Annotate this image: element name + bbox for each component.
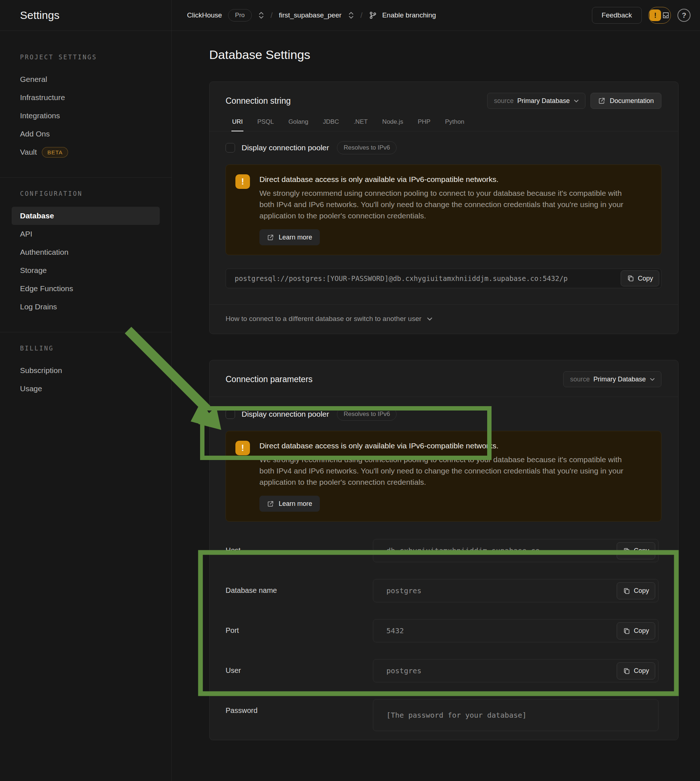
sidebar-item-authentication[interactable]: Authentication [12, 243, 160, 261]
section-header-configuration: CONFIGURATION [12, 190, 160, 197]
pooler-row: Display connection pooler Resolves to IP… [225, 408, 662, 421]
connection-parameters-card: Connection parameters source Primary Dat… [209, 360, 678, 740]
breadcrumb-separator: / [271, 11, 273, 20]
pooler-row: Display connection pooler Resolves to IP… [225, 142, 662, 154]
chevron-down-icon [573, 98, 579, 104]
page-content: Database Settings Connection string sour… [172, 48, 700, 740]
section-project-settings: PROJECT SETTINGS General Infrastructure … [0, 53, 172, 161]
database-name-label: Database name [225, 579, 373, 602]
host-value[interactable]: db.cxhygiuitamxhniiddjm.supabase.co Copy [373, 539, 658, 562]
topbar-actions: Feedback ! ? [592, 7, 690, 23]
breadcrumb-separator: / [360, 11, 363, 20]
field-row-password: Password [The password for your database… [225, 699, 662, 731]
chevron-sort-icon[interactable] [258, 11, 265, 19]
source-prefix-label: source [570, 375, 590, 383]
warning-title: Direct database access is only available… [259, 174, 627, 185]
display-pooler-checkbox[interactable] [225, 409, 235, 419]
breadcrumb-project[interactable]: first_supabase_peer [279, 11, 341, 19]
connection-string-value[interactable]: postgresql://postgres:[YOUR-PASSWORD]@db… [225, 269, 662, 288]
learn-more-button[interactable]: Learn more [259, 229, 320, 245]
port-label: Port [225, 619, 373, 642]
settings-sidebar: Settings PROJECT SETTINGS General Infras… [0, 0, 172, 781]
ipv6-warning: ! Direct database access is only availab… [225, 431, 662, 522]
sidebar-item-subscription[interactable]: Subscription [12, 361, 160, 380]
notifications-button[interactable]: ! [648, 7, 671, 23]
sidebar-item-api[interactable]: API [12, 225, 160, 243]
ipv6-badge: Resolves to IPv6 [337, 407, 397, 421]
sidebar-item-infrastructure[interactable]: Infrastructure [12, 88, 160, 107]
sidebar-title: Settings [20, 9, 59, 22]
connection-parameters-body: Display connection pooler Resolves to IP… [210, 397, 678, 740]
connection-string-body: Display connection pooler Resolves to IP… [210, 131, 678, 288]
tab-dotnet[interactable]: .NET [353, 117, 368, 131]
main-area: ClickHouse Pro / first_supabase_peer / E… [172, 0, 700, 781]
warning-title: Direct database access is only available… [259, 441, 627, 451]
section-configuration: CONFIGURATION Database API Authenticatio… [0, 190, 172, 316]
external-link-icon [598, 97, 605, 104]
tab-jdbc[interactable]: JDBC [322, 117, 340, 131]
section-header-billing: BILLING [12, 345, 160, 352]
display-pooler-checkbox[interactable] [225, 143, 235, 152]
external-link-icon [267, 234, 274, 241]
connection-parameters-header-actions: source Primary Database [563, 371, 662, 387]
field-row-user: User postgres Copy [225, 659, 662, 683]
copy-icon [623, 547, 630, 555]
connection-parameter-fields: Host db.cxhygiuitamxhniiddjm.supabase.co… [225, 539, 662, 731]
tab-uri[interactable]: URI [232, 117, 243, 131]
copy-connection-string-button[interactable]: Copy [621, 270, 659, 286]
copy-icon [623, 627, 630, 635]
sidebar-divider [0, 177, 172, 178]
password-value[interactable]: [The password for your database] [373, 699, 658, 731]
sidebar-item-storage[interactable]: Storage [12, 261, 160, 279]
alert-badge-icon: ! [650, 10, 661, 21]
warning-body: We strongly recommend using connection p… [259, 454, 627, 488]
copy-database-name-button[interactable]: Copy [617, 582, 655, 599]
display-pooler-label: Display connection pooler [242, 144, 329, 152]
warning-icon: ! [235, 174, 250, 189]
sidebar-item-add-ons[interactable]: Add Ons [12, 125, 160, 143]
field-row-port: Port 5432 Copy [225, 619, 662, 642]
tab-php[interactable]: PHP [417, 117, 431, 131]
source-selected-value: Primary Database [517, 97, 570, 105]
sidebar-item-general[interactable]: General [12, 70, 160, 88]
topbar: ClickHouse Pro / first_supabase_peer / E… [172, 0, 700, 31]
copy-host-button[interactable]: Copy [617, 542, 655, 559]
sidebar-divider [0, 332, 172, 332]
enable-branching-link[interactable]: Enable branching [382, 11, 436, 19]
copy-icon [623, 587, 630, 595]
plan-badge: Pro [228, 9, 252, 22]
database-name-value[interactable]: postgres Copy [373, 579, 658, 602]
sidebar-item-edge-functions[interactable]: Edge Functions [12, 279, 160, 298]
connection-string-header: Connection string source Primary Databas… [210, 82, 678, 117]
feedback-button[interactable]: Feedback [592, 7, 642, 23]
source-selected-value: Primary Database [593, 375, 646, 383]
app-viewport: Settings PROJECT SETTINGS General Infras… [0, 0, 700, 781]
sidebar-header: Settings [0, 0, 172, 31]
breadcrumb-org[interactable]: ClickHouse [187, 11, 222, 19]
copy-port-button[interactable]: Copy [617, 622, 655, 639]
tab-psql[interactable]: PSQL [257, 117, 274, 131]
help-button[interactable]: ? [677, 9, 690, 22]
copy-user-button[interactable]: Copy [617, 663, 655, 679]
warning-body: We strongly recommend using connection p… [259, 187, 627, 221]
tab-python[interactable]: Python [444, 117, 465, 131]
connection-string-footer-expander[interactable]: How to connect to a different database o… [210, 304, 678, 334]
sidebar-item-log-drains[interactable]: Log Drains [12, 298, 160, 316]
source-select[interactable]: source Primary Database [487, 93, 585, 109]
sidebar-item-vault[interactable]: Vault BETA [12, 143, 160, 161]
warning-icon: ! [235, 441, 250, 455]
port-value[interactable]: 5432 Copy [373, 619, 658, 642]
connection-parameters-header: Connection parameters source Primary Dat… [210, 360, 678, 397]
documentation-button[interactable]: Documentation [590, 93, 662, 109]
sidebar-item-integrations[interactable]: Integrations [12, 107, 160, 125]
user-value[interactable]: postgres Copy [373, 659, 658, 683]
learn-more-button[interactable]: Learn more [259, 496, 320, 512]
source-select[interactable]: source Primary Database [563, 371, 662, 387]
sidebar-item-database[interactable]: Database [12, 207, 160, 225]
chevron-sort-icon[interactable] [348, 11, 354, 19]
sidebar-item-usage[interactable]: Usage [12, 380, 160, 398]
tab-nodejs[interactable]: Node.js [382, 117, 404, 131]
connection-string-code-row: postgresql://postgres:[YOUR-PASSWORD]@db… [225, 269, 662, 288]
tab-golang[interactable]: Golang [288, 117, 309, 131]
password-label: Password [225, 699, 373, 731]
